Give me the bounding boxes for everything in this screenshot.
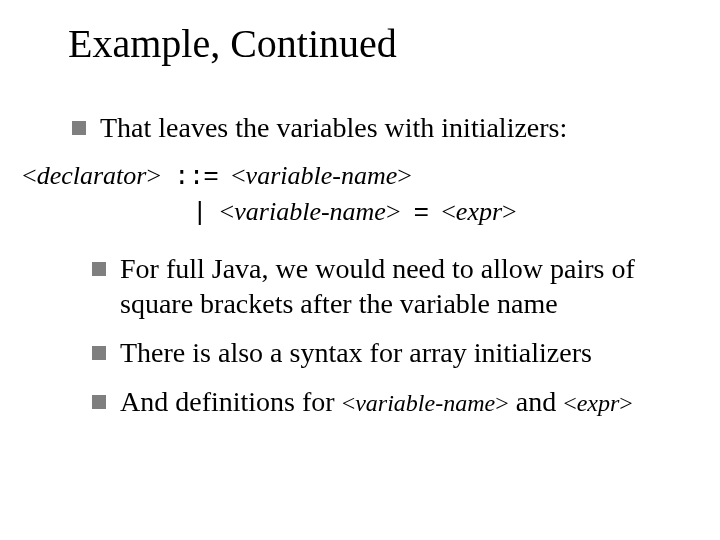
bullet-text: For full Java, we would need to allow pa… [120, 251, 680, 321]
angle-open: < [441, 197, 456, 226]
angle-open: < [231, 161, 246, 190]
nt-expr: expr [456, 197, 502, 226]
bullet-icon [72, 121, 86, 135]
op-alt: | [192, 198, 207, 228]
angle-close: > [397, 161, 412, 190]
angle-close: > [502, 197, 517, 226]
nt-variable-name: variable-name [234, 197, 386, 226]
bullet-text-mid: and [509, 386, 563, 417]
bullet-item: That leaves the variables with initializ… [72, 110, 680, 145]
slide-body: That leaves the variables with initializ… [72, 110, 680, 433]
grammar-line-1: <declarator> ::= <variable-name> [22, 159, 680, 195]
angle-close: > [386, 197, 401, 226]
bullet-text-pre: And definitions for [120, 386, 342, 417]
op-equals: = [414, 198, 429, 228]
inline-nt-variable-name: variable-name [355, 390, 495, 416]
bullet-text: There is also a syntax for array initial… [120, 335, 592, 370]
nt-declarator: declarator [37, 161, 147, 190]
bullet-text: That leaves the variables with initializ… [100, 110, 567, 145]
angle-close: > [146, 161, 161, 190]
bullet-icon [92, 262, 106, 276]
bullet-icon [92, 346, 106, 360]
angle-open: < [220, 197, 235, 226]
slide-title: Example, Continued [68, 20, 397, 67]
angle-open: < [563, 390, 577, 416]
op-defines: ::= [174, 162, 218, 192]
angle-open: < [22, 161, 37, 190]
bullet-item: There is also a syntax for array initial… [92, 335, 680, 370]
bullet-text: And definitions for <variable-name> and … [120, 384, 633, 419]
bullet-icon [92, 395, 106, 409]
angle-close: > [619, 390, 633, 416]
bullet-item: And definitions for <variable-name> and … [92, 384, 680, 419]
slide: Example, Continued That leaves the varia… [0, 0, 720, 540]
grammar-block: <declarator> ::= <variable-name> | <vari… [22, 159, 680, 231]
inline-nt-expr: expr [577, 390, 620, 416]
angle-close: > [495, 390, 509, 416]
grammar-line-2: | <variable-name> = <expr> [192, 195, 680, 231]
angle-open: < [342, 390, 356, 416]
nt-variable-name: variable-name [246, 161, 398, 190]
bullet-item: For full Java, we would need to allow pa… [92, 251, 680, 321]
